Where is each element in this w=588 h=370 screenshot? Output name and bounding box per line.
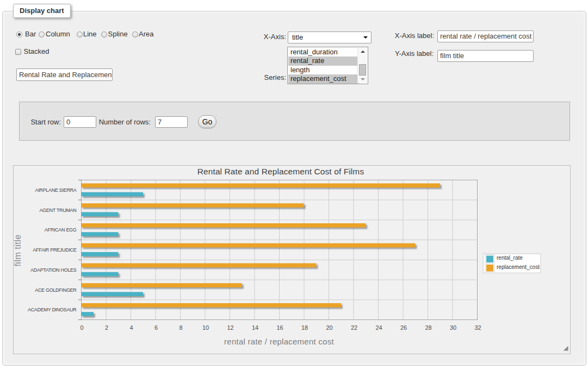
svg-text:ADAPTATION HOLES: ADAPTATION HOLES (30, 267, 77, 273)
svg-text:film title: film title (14, 234, 22, 266)
svg-text:16: 16 (276, 324, 283, 331)
svg-text:0: 0 (80, 324, 83, 331)
svg-text:30: 30 (450, 324, 456, 331)
svg-text:14: 14 (252, 324, 258, 331)
svg-text:ACADEMY DINOSAUR: ACADEMY DINOSAUR (28, 307, 77, 312)
svg-text:28: 28 (425, 324, 431, 331)
svg-text:18: 18 (301, 324, 308, 331)
svg-text:26: 26 (400, 324, 407, 331)
svg-text:20: 20 (326, 324, 332, 331)
svg-text:32: 32 (474, 324, 481, 331)
svg-text:Rental Rate and Replacement Co: Rental Rate and Replacement Cost of Film… (197, 167, 364, 176)
svg-text:4: 4 (129, 324, 133, 331)
svg-text:2: 2 (105, 324, 108, 331)
svg-text:AGENT TRUMAN: AGENT TRUMAN (39, 208, 76, 213)
svg-text:rental rate / replacement cost: rental rate / replacement cost (224, 337, 334, 346)
svg-text:12: 12 (227, 324, 233, 331)
svg-text:AFFAIR PREJUDICE: AFFAIR PREJUDICE (33, 247, 77, 253)
svg-text:6: 6 (154, 324, 158, 331)
svg-text:ACE GOLDFINGER: ACE GOLDFINGER (35, 287, 77, 293)
svg-text:replacement_cost: replacement_cost (497, 264, 540, 270)
svg-text:24: 24 (375, 324, 382, 331)
svg-text:AIRPLANE SIERRA: AIRPLANE SIERRA (35, 187, 76, 193)
svg-text:8: 8 (179, 324, 182, 331)
svg-text:rental_rate: rental_rate (497, 255, 523, 261)
svg-text:22: 22 (351, 324, 357, 331)
svg-text:AFRICAN EGG: AFRICAN EGG (45, 227, 77, 233)
svg-text:10: 10 (202, 324, 209, 331)
